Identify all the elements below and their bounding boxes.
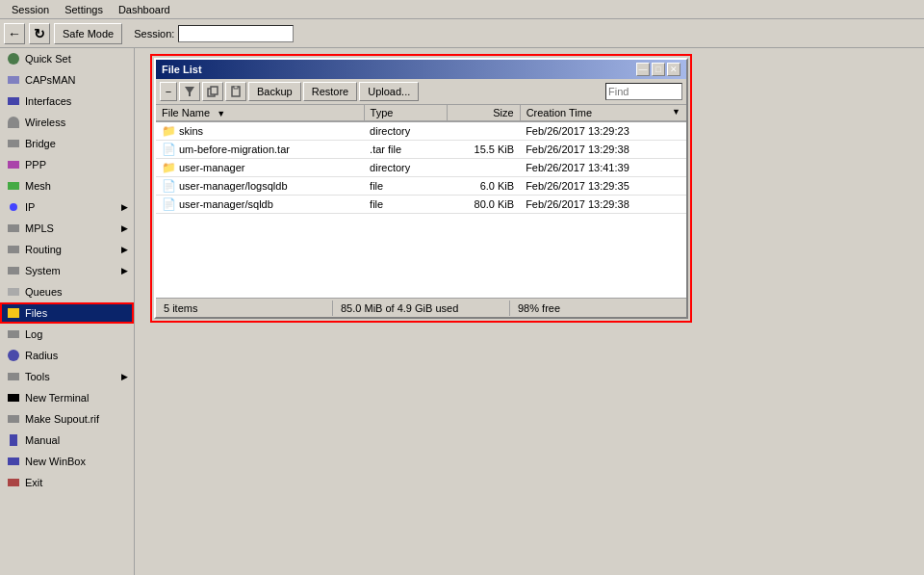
paste-button[interactable] [225,82,246,101]
cell-size: 15.5 KiB [448,141,521,159]
minus-button[interactable]: − [160,82,177,101]
cell-name: 📄um-before-migration.tar [156,141,364,159]
sidebar-item-wireless[interactable]: Wireless [0,112,134,133]
cell-name: 📁skins [156,121,364,141]
cell-size [448,121,521,141]
sidebar-item-quick-set[interactable]: Quick Set [0,48,134,69]
sidebar-item-log[interactable]: Log [0,324,134,345]
sidebar-item-manual[interactable]: Manual [0,430,134,451]
toolbar: ← ↻ Safe Mode Session: [0,19,924,48]
copy-icon [207,86,218,97]
wireless-icon [8,117,19,128]
sidebar-item-radius[interactable]: Radius [0,345,134,366]
close-button[interactable]: ✕ [667,63,680,76]
sidebar-item-label: Bridge [25,138,56,149]
sidebar-item-mesh[interactable]: Mesh [0,175,134,196]
queues-icon [8,288,19,296]
menu-settings[interactable]: Settings [57,2,111,17]
file-icon: 📄 [162,179,176,193]
sidebar-item-label: Tools [25,371,50,382]
window-titlebar: File List — □ ✕ [156,60,686,79]
sidebar-item-capsman[interactable]: CAPsMAN [0,69,134,91]
window-statusbar: 5 items 85.0 MiB of 4.9 GiB used 98% fre… [156,298,686,317]
sidebar-item-label: New Terminal [25,392,89,404]
file-icon: 📄 [162,197,176,211]
file-table: File Name ▼ Type Size Creation Time [156,105,686,214]
sidebar-item-new-winbox[interactable]: New WinBox [0,451,134,472]
sidebar-item-label: IP [25,201,35,213]
table-row[interactable]: 📄user-manager/sqldb file 80.0 KiB Feb/26… [156,196,686,214]
sidebar-item-files[interactable]: Files [0,302,134,324]
file-table-container[interactable]: File Name ▼ Type Size Creation Time [156,105,686,298]
sidebar-item-ip[interactable]: IP [0,196,134,218]
sidebar-item-label: Wireless [25,117,65,128]
sidebar-item-tools[interactable]: Tools [0,366,134,387]
filter-icon [184,86,195,97]
status-disk-free: 98% free [510,301,686,316]
mesh-icon [8,182,19,190]
system-arrow-icon [121,266,128,275]
capsman-icon [8,76,19,84]
col-header-type[interactable]: Type [364,105,447,121]
maximize-button[interactable]: □ [652,63,665,76]
window-toolbar: − Backup Restore Upload... [156,79,686,105]
upload-button[interactable]: Upload... [359,82,419,101]
cell-size: 80.0 KiB [448,196,521,214]
sidebar-item-routing[interactable]: Routing [0,239,134,260]
cell-creation: Feb/26/2017 13:29:35 [520,177,686,196]
safe-mode-button[interactable]: Safe Mode [54,23,122,44]
window-controls: — □ ✕ [636,63,680,76]
sidebar-item-queues[interactable]: Queues [0,281,134,302]
newwinbox-icon [8,457,19,465]
table-row[interactable]: 📁user-manager directory Feb/26/2017 13:4… [156,159,686,177]
sidebar-item-interfaces[interactable]: Interfaces [0,91,134,112]
sidebar-item-label: Interfaces [25,95,71,107]
find-input[interactable] [605,83,682,100]
session-input[interactable] [178,25,294,42]
restore-button[interactable]: Restore [303,82,358,101]
sort-arrow-icon: ▼ [217,109,225,118]
manual-icon [10,434,17,446]
table-row[interactable]: 📄um-before-migration.tar .tar file 15.5 … [156,141,686,159]
sidebar-item-ppp[interactable]: PPP [0,154,134,175]
sidebar-item-mpls[interactable]: MPLS [0,218,134,239]
paste-icon [230,86,242,97]
back-button[interactable]: ← [4,23,25,44]
main-layout: Quick Set CAPsMAN Interfaces Wireless Br… [0,48,924,575]
cell-creation: Feb/26/2017 13:29:38 [520,196,686,214]
sidebar-item-exit[interactable]: Exit [0,472,134,493]
col-header-size[interactable]: Size [448,105,521,121]
cell-creation: Feb/26/2017 13:29:38 [520,141,686,159]
table-row[interactable]: 📄user-manager/logsqldb file 6.0 KiB Feb/… [156,177,686,196]
sidebar: Quick Set CAPsMAN Interfaces Wireless Br… [0,48,135,575]
content-area: File List — □ ✕ − Backup [135,48,924,575]
minimize-button[interactable]: — [636,63,650,76]
col-header-creation[interactable]: Creation Time ▼ [520,105,686,121]
menu-dashboard[interactable]: Dashboard [111,2,178,17]
cell-type: directory [364,159,447,177]
backup-button[interactable]: Backup [248,82,301,101]
system-icon [8,267,19,274]
copy-button[interactable] [202,82,223,101]
cell-name: 📄user-manager/logsqldb [156,177,364,196]
cell-size: 6.0 KiB [448,177,521,196]
cell-name: 📄user-manager/sqldb [156,196,364,214]
col-header-name[interactable]: File Name ▼ [156,105,364,121]
svg-rect-4 [234,86,238,89]
sidebar-item-system[interactable]: System [0,260,134,281]
sidebar-item-label: Make Supout.rif [25,413,99,425]
tools-icon [8,373,19,380]
menu-session[interactable]: Session [4,2,57,17]
sidebar-item-label: Radius [25,350,58,361]
sidebar-item-new-terminal[interactable]: New Terminal [0,387,134,408]
file-icon: 📄 [162,143,176,156]
sidebar-item-bridge[interactable]: Bridge [0,133,134,154]
table-row[interactable]: 📁skins directory Feb/26/2017 13:29:23 [156,121,686,141]
sidebar-item-make-supout[interactable]: Make Supout.rif [0,408,134,430]
session-label: Session: [134,28,174,39]
tools-arrow-icon [121,372,128,381]
quick-set-icon [8,53,19,65]
forward-button[interactable]: ↻ [29,23,50,44]
sidebar-item-label: Queues [25,286,63,298]
filter-button[interactable] [179,82,200,101]
